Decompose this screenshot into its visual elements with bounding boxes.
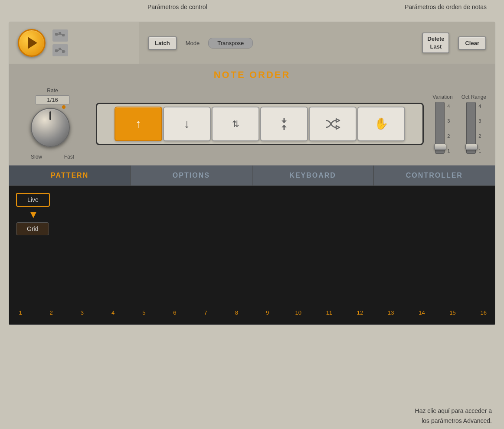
oct-range-slider-group: Oct Range 4 3 2 1 xyxy=(461,94,486,154)
pattern-btn-converge[interactable] xyxy=(260,107,308,141)
rate-knob[interactable] xyxy=(31,108,70,147)
variation-label: Variation xyxy=(432,94,452,100)
grid-num-15: 15 xyxy=(448,309,457,316)
grid-num-3: 3 xyxy=(78,309,86,316)
grid-num-8: 8 xyxy=(232,309,241,316)
latch-button[interactable]: Latch xyxy=(148,36,177,50)
tab-keyboard[interactable]: KEYBOARD xyxy=(252,166,374,185)
play-button[interactable] xyxy=(18,29,46,57)
pattern-icon-1 xyxy=(52,29,68,42)
rate-label: Rate xyxy=(47,88,58,94)
annotation-top: Parámetros de control Parámetros de orde… xyxy=(0,0,504,22)
note-order-title: NOTE ORDER xyxy=(18,69,486,81)
grid-num-12: 12 xyxy=(356,309,364,316)
variation-mark-2: 2 xyxy=(447,133,450,139)
live-button[interactable]: Live xyxy=(16,193,50,207)
annotation-control-params: Parámetros de control xyxy=(147,3,207,22)
svg-marker-10 xyxy=(281,125,287,127)
grid-num-9: 9 xyxy=(263,309,272,316)
slow-label: Slow xyxy=(31,154,42,160)
delete-last-button[interactable]: Delete Last xyxy=(422,32,449,53)
svg-marker-8 xyxy=(281,120,287,123)
rate-value: 1/16 xyxy=(35,95,70,104)
pattern-btn-random[interactable] xyxy=(309,107,357,141)
sliders-area: Variation 4 3 2 1 xyxy=(432,94,486,154)
grid-num-7: 7 xyxy=(201,309,210,316)
grid-button[interactable]: Grid xyxy=(16,222,49,235)
slow-fast-labels: Slow Fast xyxy=(31,154,74,160)
pattern-buttons-group: ↑ ↓ ⇅ ✋ xyxy=(96,103,424,145)
pattern-content: Live ▼ Grid 1 2 3 4 5 6 7 8 9 10 11 12 1… xyxy=(9,186,495,325)
oct-range-label: Oct Range xyxy=(461,94,486,100)
play-area xyxy=(9,22,139,64)
grid-num-6: 6 xyxy=(170,309,179,316)
pattern-btn-up[interactable]: ↑ xyxy=(115,107,162,141)
knob-dot xyxy=(62,105,65,109)
tabs-section: PATTERN OPTIONS KEYBOARD CONTROLLER xyxy=(9,166,495,186)
pattern-btn-hold[interactable]: ✋ xyxy=(357,107,405,141)
pattern-icon-2 xyxy=(52,44,68,56)
grid-num-11: 11 xyxy=(325,309,334,316)
oct-range-mark-1: 1 xyxy=(478,148,481,153)
controls-area: Latch Mode Transpose Delete Last Clear xyxy=(139,22,495,64)
mode-label: Mode xyxy=(186,40,200,46)
note-order-content: Rate 1/16 Slow Fast ↑ ↓ ⇅ xyxy=(18,88,486,160)
top-section: Latch Mode Transpose Delete Last Clear xyxy=(9,22,495,64)
pattern-btn-down[interactable]: ↓ xyxy=(163,107,211,141)
arrow-down-icon: ▼ xyxy=(28,208,488,221)
tab-controller[interactable]: CONTROLLER xyxy=(374,166,495,185)
fast-label: Fast xyxy=(64,154,74,160)
main-container: Latch Mode Transpose Delete Last Clear N… xyxy=(9,22,495,325)
mode-display[interactable]: Transpose xyxy=(208,38,253,49)
clear-button[interactable]: Clear xyxy=(458,36,486,50)
oct-range-mark-3: 3 xyxy=(478,118,481,124)
oct-range-slider-thumb[interactable] xyxy=(465,144,478,150)
annotation-note-order-params: Parámetros de orden de notas xyxy=(405,3,487,22)
grid-num-10: 10 xyxy=(294,309,303,316)
grid-num-14: 14 xyxy=(417,309,426,316)
variation-mark-1: 1 xyxy=(447,148,450,153)
annotation-bottom-line2: los parámetros Advanced. xyxy=(415,416,492,426)
grid-num-13: 13 xyxy=(386,309,395,316)
note-order-section: NOTE ORDER Rate 1/16 Slow Fast ↑ ↓ xyxy=(9,64,495,166)
rate-area: Rate 1/16 Slow Fast xyxy=(18,88,87,160)
variation-slider-thumb[interactable] xyxy=(434,144,446,150)
tab-options[interactable]: OPTIONS xyxy=(131,166,252,185)
pattern-icons xyxy=(52,29,68,56)
grid-num-5: 5 xyxy=(140,309,148,316)
variation-mark-4: 4 xyxy=(447,104,450,109)
grid-num-4: 4 xyxy=(109,309,118,316)
grid-num-1: 1 xyxy=(16,309,25,316)
variation-slider-group: Variation 4 3 2 1 xyxy=(432,94,452,154)
grid-num-2: 2 xyxy=(47,309,56,316)
oct-range-mark-2: 2 xyxy=(478,133,481,139)
pattern-btn-updown[interactable]: ⇅ xyxy=(212,107,259,141)
oct-range-mark-4: 4 xyxy=(478,104,481,109)
variation-mark-3: 3 xyxy=(447,118,450,124)
annotation-bottom-line1: Haz clic aquí para acceder a xyxy=(415,406,492,416)
tab-pattern[interactable]: PATTERN xyxy=(9,166,131,185)
annotation-bottom: Haz clic aquí para acceder a los parámet… xyxy=(412,403,495,429)
grid-num-16: 16 xyxy=(479,309,488,316)
grid-numbers: 1 2 3 4 5 6 7 8 9 10 11 12 13 14 15 16 xyxy=(16,309,488,316)
knob-container xyxy=(31,108,74,151)
